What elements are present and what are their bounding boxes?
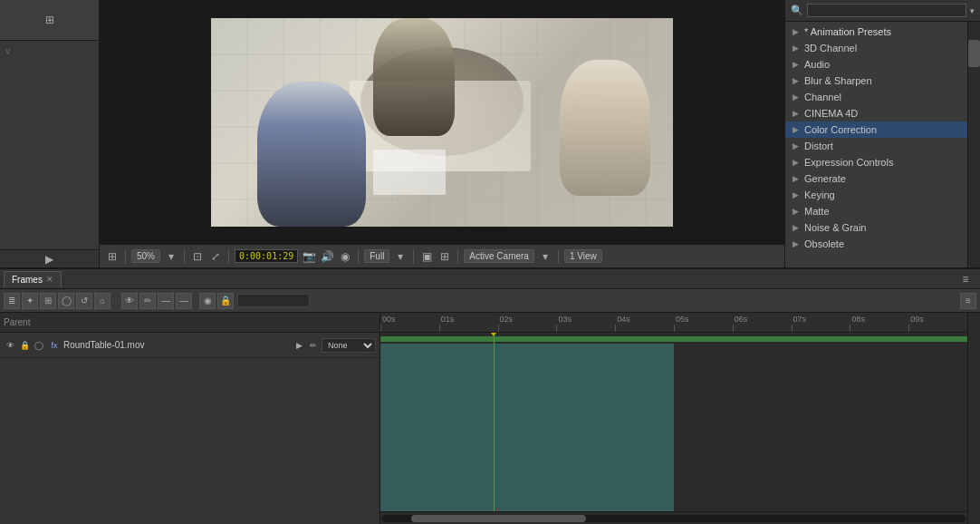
lock-icon[interactable]: 🔒 xyxy=(217,293,234,309)
ruler-tick xyxy=(674,325,675,332)
timeline-h-scrollbar[interactable] xyxy=(380,511,967,524)
effect-icon[interactable]: fx xyxy=(48,339,61,352)
effect-item[interactable]: ▶Blur & Sharpen xyxy=(785,73,967,89)
layer-bar[interactable] xyxy=(380,344,674,511)
table-row[interactable]: 👁 🔒 ◯ fx RoundTable-01.mov ▶ ✏ None xyxy=(0,333,380,358)
camera-dropdown-icon[interactable]: ▾ xyxy=(538,249,552,264)
effect-item-label: Audio xyxy=(804,59,830,70)
timeline-toolbar: ≣ ✦ ⊞ ◯ ↺ ⌂ 👁 ✏ — — ◉ 🔒 ≡ xyxy=(0,289,980,313)
sep4 xyxy=(358,249,359,264)
ruler-label: 08s xyxy=(851,315,865,324)
effect-arrow-icon: ▶ xyxy=(793,125,799,134)
effects-search-input[interactable] xyxy=(807,4,966,17)
grid-icon[interactable]: ⊞ xyxy=(105,249,120,264)
layer-icon-4[interactable]: ◯ xyxy=(58,293,74,309)
camera-view-button[interactable]: Active Camera xyxy=(464,249,534,263)
effects-scrollbar-thumb xyxy=(968,40,980,67)
collapse-icon[interactable]: — xyxy=(158,293,174,309)
playhead[interactable] xyxy=(494,333,495,511)
eye-icon[interactable]: 👁 xyxy=(121,293,138,309)
zoom-dropdown-icon[interactable]: ▾ xyxy=(164,249,178,264)
effect-item[interactable]: ▶Keying xyxy=(785,187,967,203)
effect-arrow-icon: ▶ xyxy=(793,174,799,183)
render-bar xyxy=(380,336,967,342)
effects-scrollbar[interactable] xyxy=(967,22,980,267)
effect-item-label: Color Correction xyxy=(804,124,877,135)
layer-icon-5[interactable]: ↺ xyxy=(76,293,92,309)
layer-rows: 👁 🔒 ◯ fx RoundTable-01.mov ▶ ✏ None xyxy=(0,333,380,524)
scene-bg xyxy=(211,18,673,227)
camera-icon[interactable]: 📷 xyxy=(302,249,316,264)
tab-frames[interactable]: Frames ✕ xyxy=(4,271,62,287)
effect-item[interactable]: ▶Distort xyxy=(785,138,967,154)
left-panel: ⊞ v ▶ xyxy=(0,0,100,267)
solo-icon[interactable]: ◯ xyxy=(33,339,45,352)
view-button[interactable]: 1 View xyxy=(564,249,602,263)
timeline-v-scrollbar[interactable] xyxy=(967,313,980,524)
effect-item[interactable]: ▶Generate xyxy=(785,170,967,187)
effect-item[interactable]: ▶Noise & Grain xyxy=(785,219,967,236)
search-icon[interactable]: 🔍 xyxy=(791,5,803,16)
fullscreen-icon[interactable]: ⤢ xyxy=(208,249,223,264)
ruler-label: 03s xyxy=(558,315,572,324)
expand-icon[interactable]: ▶ xyxy=(43,252,57,267)
panel-options-icon[interactable]: ≡ xyxy=(960,293,976,309)
effect-item[interactable]: ▶Expression Controls xyxy=(785,154,967,170)
effect-item-label: Keying xyxy=(804,189,835,200)
tab-icons: ≡ xyxy=(958,272,976,286)
tl-right-controls: ≡ xyxy=(388,293,976,309)
layer-pen2-icon[interactable]: ✏ xyxy=(307,339,320,352)
panel-menu-icon[interactable]: ≡ xyxy=(958,272,973,286)
effect-item[interactable]: ▶* Animation Presets xyxy=(785,24,967,40)
effect-item[interactable]: ▶CINEMA 4D xyxy=(785,105,967,121)
effect-arrow-icon: ▶ xyxy=(793,76,799,85)
search-dropdown-icon[interactable]: ▾ xyxy=(970,6,975,15)
effect-item-label: Obsolete xyxy=(804,238,844,249)
effect-arrow-icon: ▶ xyxy=(793,141,799,150)
grid2-icon[interactable]: ⊞ xyxy=(437,249,452,264)
search-timeline-input[interactable] xyxy=(237,294,310,307)
effect-arrow-icon: ▶ xyxy=(793,44,799,53)
effect-item-label: Channel xyxy=(804,92,841,102)
effect-item[interactable]: ▶Color Correction xyxy=(785,121,967,138)
left-panel-icon[interactable]: ⊞ xyxy=(43,13,57,27)
effect-item[interactable]: ▶Channel xyxy=(785,89,967,105)
sep2 xyxy=(184,249,185,264)
motion-blur-icon[interactable]: ◉ xyxy=(199,293,216,309)
layer-icon-3[interactable]: ⊞ xyxy=(40,293,56,309)
effect-item[interactable]: ▶Audio xyxy=(785,56,967,73)
pen-icon[interactable]: ✏ xyxy=(139,293,156,309)
preview-image xyxy=(211,18,673,227)
effect-item[interactable]: ▶3D Channel xyxy=(785,40,967,56)
expand2-icon[interactable]: — xyxy=(176,293,192,309)
timeline-tracks: 00s01s02s03s04s05s06s07s08s09s10s xyxy=(380,313,967,524)
effect-arrow-icon: ▶ xyxy=(793,92,799,102)
visibility-icon[interactable]: 👁 xyxy=(4,339,16,352)
effect-item[interactable]: ▶Matte xyxy=(785,203,967,219)
tab-close-icon[interactable]: ✕ xyxy=(46,275,53,284)
effect-item-label: Matte xyxy=(804,206,830,217)
track-area[interactable] xyxy=(380,333,967,511)
layer-icon-2[interactable]: ✦ xyxy=(22,293,38,309)
quality-button[interactable]: Full xyxy=(364,249,389,263)
layer-icon-1[interactable]: ≣ xyxy=(4,293,20,309)
lock2-icon[interactable]: 🔒 xyxy=(18,339,31,352)
layer-filename: RoundTable-01.mov xyxy=(63,340,290,350)
chart-paper xyxy=(373,150,446,195)
fit-icon[interactable]: ⊡ xyxy=(190,249,205,264)
layer-arrow-icon[interactable]: ▶ xyxy=(293,339,305,352)
quality-dropdown-icon[interactable]: ▾ xyxy=(393,249,408,264)
audio-icon[interactable]: 🔊 xyxy=(320,249,334,264)
effect-arrow-icon: ▶ xyxy=(793,27,799,36)
screen-icon[interactable]: ▣ xyxy=(419,249,434,264)
effect-arrow-icon: ▶ xyxy=(793,190,799,199)
color-icon[interactable]: ◉ xyxy=(338,249,352,264)
layer-icon-6[interactable]: ⌂ xyxy=(94,293,110,309)
zoom-button[interactable]: 50% xyxy=(131,249,160,263)
layer-panel-header: Parent xyxy=(0,313,380,333)
layer-row-controls: 👁 ✏ — — xyxy=(121,293,192,309)
preview-container xyxy=(100,0,784,244)
blend-mode-select[interactable]: None xyxy=(322,338,376,353)
effect-item[interactable]: ▶Obsolete xyxy=(785,236,967,252)
ruler-tick xyxy=(615,325,616,332)
